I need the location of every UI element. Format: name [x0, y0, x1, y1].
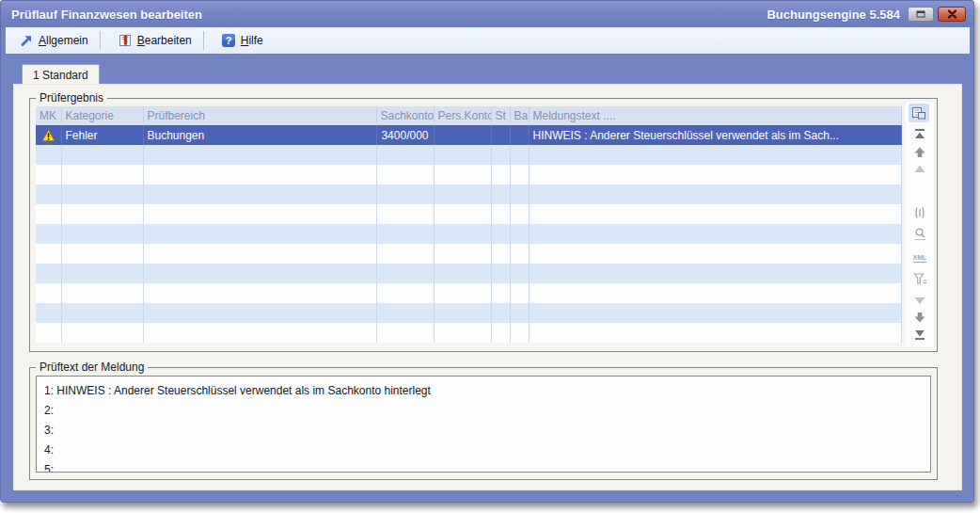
result-table-body: Fehler Buchungen 3400/000 HINWEIS : Ande…: [36, 125, 901, 343]
xml-icon[interactable]: XML: [911, 250, 928, 265]
column-chooser-icon[interactable]: [909, 104, 929, 122]
result-table: MK Kategorie Prüfbereich Sachkonto Pers.…: [36, 106, 901, 343]
prueftext-line-3: 3:: [44, 421, 930, 441]
col-header-sachkonto[interactable]: Sachkonto: [376, 106, 434, 125]
arrow-down-icon[interactable]: [911, 310, 928, 325]
cell-ba: [510, 125, 529, 145]
help-icon: ?: [221, 33, 236, 48]
page-up-icon[interactable]: [911, 161, 928, 176]
prueftext-line-2: 2:: [44, 401, 930, 421]
prueftext-line-5: 5:: [44, 460, 930, 473]
page-down-icon[interactable]: [911, 294, 928, 309]
cell-kategorie: Fehler: [61, 125, 143, 145]
table-row-empty[interactable]: [36, 264, 901, 283]
prueftext-line-1: 1: HINWEIS : Anderer Steuerschlüssel ver…: [44, 381, 930, 401]
col-header-perskonto[interactable]: Pers.Konto: [434, 106, 491, 125]
toolbar-separator: [203, 31, 204, 50]
group-prueftext: Prüftext der Meldung 1: HINWEIS : Andere…: [29, 367, 938, 480]
app-window: Prüflauf Finanzwesen bearbeiten Buchungs…: [0, 0, 974, 503]
filter-icon[interactable]: [911, 271, 928, 286]
title-bar-controls: Buchungsengine 5.584: [767, 1, 966, 27]
minimize-button[interactable]: [908, 7, 934, 22]
toolbar-label-bearbeiten: Bearbeiten: [137, 34, 192, 47]
toolbar-button-allgemein[interactable]: Allgemein: [11, 30, 96, 51]
arrow-up-right-icon: [19, 33, 34, 48]
table-row-empty[interactable]: [36, 165, 901, 184]
toolbar-button-hilfe[interactable]: ? Hilfe: [213, 30, 271, 51]
close-button[interactable]: [938, 7, 966, 22]
prueftext-area[interactable]: 1: HINWEIS : Anderer Steuerschlüssel ver…: [36, 376, 931, 473]
table-row-empty[interactable]: [36, 224, 901, 244]
toolbar: Allgemein Bearbeiten ? Hilfe: [6, 27, 970, 54]
edit-document-icon: [118, 33, 133, 48]
record-count-icon[interactable]: [911, 205, 928, 220]
window-title: Prüflauf Finanzwesen bearbeiten: [11, 8, 202, 22]
cell-pruefbereich: Buchungen: [143, 125, 376, 145]
table-row-empty[interactable]: [36, 303, 901, 323]
col-header-mk[interactable]: MK: [36, 106, 61, 125]
prueftext-line-4: 4:: [44, 441, 930, 460]
table-row-empty[interactable]: [36, 283, 901, 303]
table-row-empty[interactable]: [36, 244, 901, 264]
toolbar-label-hilfe: Hilfe: [241, 34, 263, 47]
svg-text:?: ?: [225, 35, 231, 46]
group-label-prueftext: Prüftext der Meldung: [36, 361, 148, 374]
col-header-ba[interactable]: Ba: [510, 106, 529, 125]
col-header-pruefbereich[interactable]: Prüfbereich: [143, 106, 376, 125]
title-bar: Prüflauf Finanzwesen bearbeiten Buchungs…: [1, 1, 973, 27]
cell-sachkonto: 3400/000: [376, 125, 434, 145]
table-row-selected[interactable]: Fehler Buchungen 3400/000 HINWEIS : Ande…: [36, 125, 901, 145]
cell-perskonto: [434, 125, 491, 145]
table-row-empty[interactable]: [36, 323, 901, 343]
group-label-pruefergebnis: Prüfergebnis: [36, 91, 107, 104]
col-header-st[interactable]: St: [491, 106, 510, 125]
tab-page: Prüfergebnis MK Kategorie Prüfbereich Sa…: [13, 84, 962, 490]
table-row-empty[interactable]: [36, 184, 901, 204]
minimize-icon: [916, 10, 926, 19]
toolbar-separator: [100, 31, 101, 50]
table-side-toolbar: XML: [906, 102, 934, 346]
arrow-up-icon[interactable]: [911, 144, 928, 159]
warning-icon: [41, 129, 55, 142]
go-to-top-icon[interactable]: [911, 126, 928, 141]
app-version-label: Buchungsengine 5.584: [767, 8, 900, 22]
cell-meldungstext: HINWEIS : Anderer Steuerschlüssel verwen…: [529, 125, 901, 145]
toolbar-button-bearbeiten[interactable]: Bearbeiten: [110, 30, 199, 51]
svg-text:XML: XML: [913, 254, 928, 261]
col-header-kategorie[interactable]: Kategorie: [61, 106, 143, 125]
search-icon[interactable]: [911, 226, 928, 241]
table-row-empty[interactable]: [36, 145, 901, 165]
cell-st: [491, 125, 510, 145]
toolbar-label-allgemein: Allgemein: [39, 34, 88, 47]
tab-standard[interactable]: 1 Standard: [22, 64, 100, 85]
go-to-bottom-icon[interactable]: [911, 327, 928, 342]
close-icon: [947, 9, 957, 19]
table-row-empty[interactable]: [36, 204, 901, 224]
table-header-row: MK Kategorie Prüfbereich Sachkonto Pers.…: [36, 106, 901, 125]
group-pruefergebnis: Prüfergebnis MK Kategorie Prüfbereich Sa…: [29, 98, 938, 352]
col-header-meldungstext[interactable]: Meldungstext ....: [529, 106, 901, 125]
